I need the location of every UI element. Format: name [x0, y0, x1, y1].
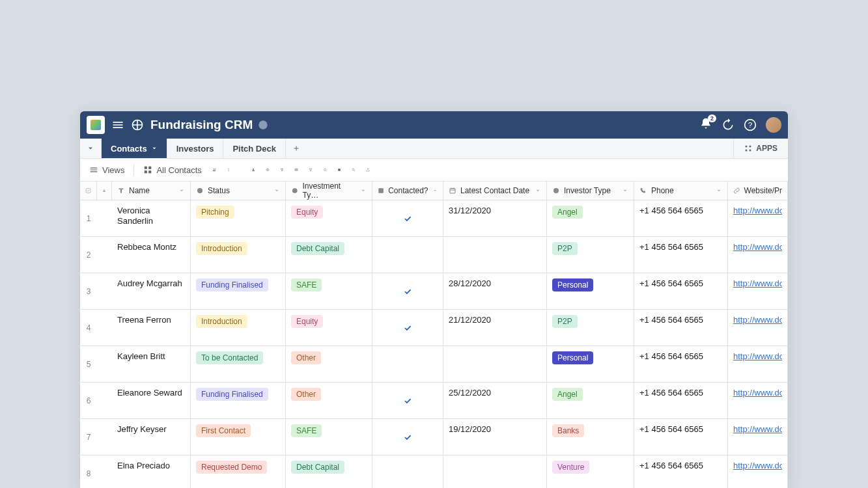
svg-rect-24	[338, 169, 341, 171]
website-link[interactable]: http://www.don	[733, 278, 782, 288]
column-website[interactable]: Website/Pr	[728, 182, 788, 200]
cell-investor-type: Venture	[547, 455, 634, 488]
contact-name: Kayleen Britt	[117, 351, 165, 362]
cell-contacted	[372, 383, 443, 418]
app-header: Fundraising CRM 2 ?	[80, 111, 788, 139]
svg-point-20	[282, 170, 283, 170]
export-icon[interactable]	[363, 165, 372, 174]
tab-label: Contacts	[111, 144, 147, 154]
website-link[interactable]: http://www.don	[733, 206, 782, 215]
svg-rect-9	[149, 167, 152, 169]
svg-point-18	[267, 169, 268, 170]
date-value: 25/12/2020	[449, 388, 491, 398]
row-lock	[97, 383, 112, 418]
column-name[interactable]: Name	[112, 182, 191, 200]
column-status[interactable]: Status	[191, 182, 286, 200]
row-index: 4	[80, 310, 97, 346]
column-checkbox[interactable]	[80, 182, 97, 200]
website-link[interactable]: http://www.don	[733, 315, 782, 325]
svg-text:?: ?	[748, 120, 753, 129]
chevron-down-icon[interactable]	[535, 187, 541, 194]
cell-status: Funding Finalised	[191, 273, 286, 309]
column-investment-type[interactable]: Investment Ty…	[286, 182, 372, 200]
table-row[interactable]: 8Elna PreciadoRequested DemoDebt Capital…	[80, 455, 788, 488]
website-link[interactable]: http://www.don	[733, 388, 782, 398]
website-link[interactable]: http://www.don	[733, 242, 782, 252]
row-index: 2	[80, 237, 97, 273]
column-phone[interactable]: Phone	[634, 182, 728, 200]
color-icon[interactable]	[320, 165, 329, 174]
search-icon[interactable]	[349, 165, 358, 174]
views-button[interactable]: Views	[87, 164, 127, 176]
add-tab-button[interactable]	[286, 139, 307, 158]
investment-type-pill: Debt Capital	[291, 242, 344, 255]
tab-pitch-deck[interactable]: Pitch Deck	[223, 139, 285, 158]
chevron-down-icon[interactable]	[178, 187, 185, 194]
history-icon[interactable]	[721, 118, 735, 131]
menu-icon[interactable]	[111, 118, 124, 131]
app-logo[interactable]	[87, 116, 105, 134]
filter-settings-icon[interactable]	[277, 165, 287, 174]
chevron-down-icon[interactable]	[622, 187, 628, 194]
cell-name: Veronica Sanderlin	[112, 200, 191, 236]
collaborators-icon[interactable]	[210, 165, 219, 174]
current-view-button[interactable]: All Contacts	[141, 164, 204, 176]
notifications-button[interactable]: 2	[699, 117, 712, 133]
table-row[interactable]: 1Veronica SanderlinPitchingEquity31/12/2…	[80, 200, 788, 237]
svg-point-14	[228, 169, 229, 169]
cell-name: Rebbeca Montz	[112, 237, 191, 273]
chevron-down-icon	[87, 144, 94, 152]
check-icon	[403, 214, 412, 223]
tab-label: Pitch Deck	[232, 144, 275, 154]
table-body: 1Veronica SanderlinPitchingEquity31/12/2…	[80, 200, 788, 488]
check-icon	[403, 396, 412, 405]
row-lock	[97, 200, 112, 236]
tabs-expand-button[interactable]	[80, 139, 102, 158]
chevron-down-icon[interactable]	[360, 187, 367, 194]
chevron-down-icon[interactable]	[432, 187, 438, 194]
table-row[interactable]: 3Audrey McgarrahFunding FinalisedSAFE28/…	[80, 273, 788, 310]
user-avatar[interactable]	[766, 117, 781, 133]
cell-name: Audrey Mcgarrah	[112, 273, 191, 309]
cell-contacted	[372, 346, 443, 382]
phone-value: +1 456 564 6565	[639, 206, 703, 215]
table-row[interactable]: 6Eleanore SewardFunding FinalisedOther25…	[80, 383, 788, 419]
check-icon	[403, 287, 412, 296]
table-row[interactable]: 2Rebbeca MontzIntroductionDebt CapitalP2…	[80, 237, 788, 273]
table-row[interactable]: 4Treena FerronIntroductionEquity21/12/20…	[80, 310, 788, 346]
column-latest-contact-date[interactable]: Latest Contact Date	[443, 182, 547, 200]
website-link[interactable]: http://www.don	[733, 424, 782, 434]
chevron-down-icon[interactable]	[273, 187, 280, 194]
table-row[interactable]: 5Kayleen BrittTo be ContactedOtherPerson…	[80, 346, 788, 383]
group-icon[interactable]	[292, 165, 301, 174]
tab-investors[interactable]: Investors	[167, 139, 224, 158]
tab-contacts[interactable]: Contacts	[102, 139, 167, 158]
apps-button[interactable]: APPS	[733, 139, 788, 158]
cell-website: http://www.don	[728, 237, 788, 273]
share-globe-icon[interactable]	[131, 118, 144, 131]
cell-status: To be Contacted	[191, 346, 286, 382]
row-height-icon[interactable]	[335, 165, 344, 174]
status-pill: Pitching	[196, 206, 234, 219]
cell-investor-type: Angel	[547, 383, 634, 418]
tabs-bar: ContactsInvestorsPitch Deck APPS	[80, 139, 788, 159]
apps-label: APPS	[756, 144, 777, 153]
filter-icon[interactable]	[306, 165, 315, 174]
people-icon[interactable]	[249, 165, 258, 174]
website-link[interactable]: http://www.don	[733, 351, 782, 361]
table-row[interactable]: 7Jeffry KeyserFirst ContactSAFE19/12/202…	[80, 419, 788, 455]
help-icon[interactable]: ?	[744, 118, 757, 131]
hide-fields-icon[interactable]	[263, 165, 272, 174]
column-contacted[interactable]: Contacted?	[372, 182, 443, 200]
info-icon[interactable]	[258, 120, 268, 130]
chevron-down-icon[interactable]	[716, 187, 722, 194]
cell-investor-type: Angel	[547, 200, 634, 236]
contact-name: Audrey Mcgarrah	[117, 278, 182, 289]
svg-point-21	[281, 170, 282, 171]
svg-point-6	[746, 150, 748, 152]
status-pill: To be Contacted	[196, 351, 263, 364]
more-icon[interactable]	[224, 165, 233, 174]
website-link[interactable]: http://www.don	[733, 461, 782, 470]
column-investor-type[interactable]: Investor Type	[547, 182, 634, 200]
cell-contacted	[372, 237, 443, 273]
